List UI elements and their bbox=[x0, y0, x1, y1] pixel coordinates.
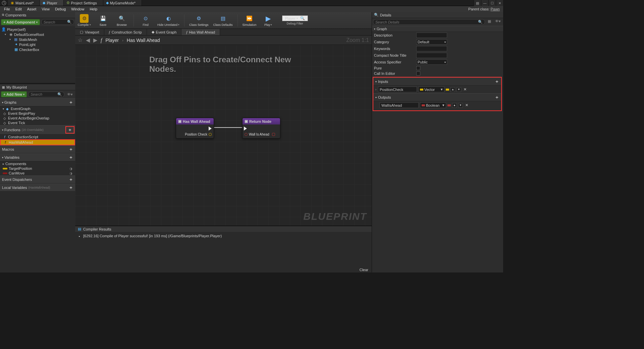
section-variables[interactable]: ▾Variables＋ bbox=[0, 153, 75, 161]
add-graph-button[interactable]: ＋ bbox=[69, 99, 73, 105]
add-macro-button[interactable]: ＋ bbox=[69, 146, 73, 152]
move-down-button[interactable]: ▼ bbox=[458, 103, 463, 108]
tab-project-settings[interactable]: ⚙Project Settings bbox=[64, 0, 103, 6]
tree-player-self[interactable]: 👤Player(self) bbox=[0, 27, 75, 32]
section-local-vars[interactable]: Local Variables(HasWallAhead)＋ bbox=[0, 184, 75, 192]
remove-input-button[interactable]: ✕ bbox=[463, 87, 468, 92]
components-search-input[interactable]: 🔍 bbox=[41, 19, 74, 25]
add-dispatcher-button[interactable]: ＋ bbox=[69, 177, 73, 183]
visibility-toggle-icon[interactable]: 👁▾ bbox=[66, 92, 74, 97]
item-event-beginplay[interactable]: ◇Event BeginPlay bbox=[0, 111, 75, 116]
hide-unrelated-button[interactable]: ◐Hide Unrelated▾ bbox=[157, 14, 179, 27]
section-macros[interactable]: Macros＋ bbox=[0, 145, 75, 153]
menu-debug[interactable]: Debug bbox=[52, 6, 68, 12]
item-var-targetposition[interactable]: TargetPosition◑ bbox=[0, 166, 75, 171]
tab-construction-script[interactable]: fConstruction Scrip bbox=[104, 29, 147, 35]
simulation-button[interactable]: ⏩Simulation bbox=[243, 14, 257, 27]
item-event-tick[interactable]: ◇Event Tick bbox=[0, 120, 75, 125]
window-maximize-icon[interactable]: ☐ bbox=[488, 0, 496, 6]
select-category[interactable]: Default▾ bbox=[416, 39, 447, 45]
move-up-button[interactable]: ▲ bbox=[450, 87, 455, 92]
item-construction-script[interactable]: fConstructionScript bbox=[0, 135, 75, 139]
tab-has-wall-ahead[interactable]: fHas Wall Ahead bbox=[181, 29, 220, 35]
tree-checker-box[interactable]: ▦CheckerBox bbox=[0, 47, 75, 52]
add-component-button[interactable]: + Add Component▾ bbox=[1, 19, 40, 25]
exec-in-pin[interactable] bbox=[244, 127, 247, 131]
add-function-button[interactable]: ＋ bbox=[65, 126, 74, 134]
add-input-button[interactable]: ＋ bbox=[495, 79, 499, 85]
visibility-icon[interactable]: 👁▾ bbox=[494, 19, 502, 25]
output-type-select[interactable]: Boolean▾ bbox=[420, 102, 446, 108]
exec-out-pin[interactable] bbox=[209, 127, 212, 131]
tree-static-mesh[interactable]: ▾▦StaticMesh bbox=[0, 37, 75, 42]
nav-forward-icon[interactable]: ▶ bbox=[93, 37, 97, 43]
details-tab[interactable]: 🔍Details bbox=[372, 12, 503, 18]
add-localvar-button[interactable]: ＋ bbox=[69, 185, 73, 191]
select-access[interactable]: Public▾ bbox=[416, 59, 447, 65]
tree-point-light[interactable]: ✦PointLight bbox=[0, 42, 75, 47]
compiler-results-tab[interactable]: ▤Compiler Results bbox=[75, 226, 372, 232]
section-graphs[interactable]: ▾Graphs＋ bbox=[0, 98, 75, 106]
crumb-haswallahead[interactable]: Has Wall Ahead bbox=[127, 38, 160, 43]
tab-event-graph[interactable]: ◆Event Graph bbox=[147, 29, 182, 35]
remove-output-button[interactable]: ✕ bbox=[464, 103, 469, 107]
checkbox-pure[interactable] bbox=[416, 66, 420, 70]
section-dispatchers[interactable]: Event Dispatchers＋ bbox=[0, 176, 75, 184]
item-haswallahead[interactable]: fHasWallAhead bbox=[1, 140, 74, 145]
class-settings-button[interactable]: ⚙Class Settings bbox=[189, 14, 209, 27]
input-type-select[interactable]: Vector▾ bbox=[418, 87, 444, 92]
eye-icon[interactable]: ◑ bbox=[69, 167, 72, 170]
menu-help[interactable]: Help bbox=[87, 6, 100, 12]
menu-window[interactable]: Window bbox=[68, 6, 87, 12]
move-up-button[interactable]: ▲ bbox=[452, 103, 457, 108]
item-event-overlap[interactable]: ◇Event ActorBeginOverlap bbox=[0, 116, 75, 120]
input-compact[interactable] bbox=[416, 53, 447, 58]
add-output-button[interactable]: ＋ bbox=[495, 94, 499, 100]
myblueprint-search-input[interactable]: 🔍 bbox=[28, 92, 64, 97]
debug-object-selector[interactable]: Player▾🔍 bbox=[282, 15, 308, 21]
menu-edit[interactable]: Edit bbox=[13, 6, 24, 12]
item-var-components[interactable]: ▸Components bbox=[0, 161, 75, 166]
parent-class-link[interactable]: Pawn bbox=[490, 7, 500, 11]
add-variable-button[interactable]: ＋ bbox=[69, 154, 73, 160]
tab-viewport[interactable]: ▢Viewport bbox=[75, 29, 104, 35]
section-outputs[interactable]: ▾Outputs＋ bbox=[373, 93, 501, 101]
browse-button[interactable]: 🔍Browse bbox=[115, 14, 129, 27]
section-inputs[interactable]: ▾Inputs＋ bbox=[373, 78, 501, 86]
play-button[interactable]: ▶Play▾ bbox=[261, 14, 275, 27]
clear-button[interactable]: Clear bbox=[360, 268, 368, 272]
favorite-icon[interactable]: ☆ bbox=[78, 37, 83, 43]
output-name-field[interactable]: WallIsAhead bbox=[380, 102, 419, 108]
section-graph[interactable]: ▾Graph bbox=[372, 26, 503, 32]
tab-gamemode[interactable]: ◆MyGameMode* bbox=[103, 0, 142, 6]
compile-button[interactable]: ⚙Compile▾ bbox=[77, 14, 91, 27]
bool-in-pin[interactable] bbox=[245, 133, 248, 136]
vector-out-pin[interactable] bbox=[209, 133, 212, 136]
nav-back-icon[interactable]: ◀ bbox=[86, 37, 90, 43]
menu-view[interactable]: View bbox=[39, 6, 52, 12]
node-return[interactable]: ▣Return Node Wall Is Ahead bbox=[242, 118, 280, 139]
property-matrix-icon[interactable]: ▦ bbox=[486, 19, 492, 25]
console-icon[interactable]: ▤ bbox=[474, 0, 481, 6]
find-button[interactable]: ⊙Find bbox=[139, 14, 153, 27]
menu-file[interactable]: File bbox=[1, 6, 13, 12]
graph-canvas[interactable]: Drag Off Pins to Create/Connect New Node… bbox=[75, 45, 372, 226]
move-down-button[interactable]: ▼ bbox=[457, 87, 461, 92]
section-functions[interactable]: ▾Functions(20 Overridable) ＋ bbox=[0, 125, 75, 135]
input-name-field[interactable]: PositionCheck bbox=[378, 87, 417, 92]
components-panel-tab[interactable]: ⧉Components bbox=[0, 12, 75, 18]
eye-icon[interactable]: ◑ bbox=[69, 171, 72, 175]
checkbox-call-editor[interactable] bbox=[416, 71, 420, 76]
input-keywords[interactable] bbox=[416, 46, 447, 51]
window-minimize-icon[interactable]: — bbox=[481, 0, 488, 6]
input-description[interactable] bbox=[416, 33, 447, 38]
window-close-icon[interactable]: ✕ bbox=[496, 0, 503, 6]
tab-player[interactable]: ◆Player bbox=[40, 0, 63, 6]
menu-asset[interactable]: Asset bbox=[24, 6, 39, 12]
bool-default-input[interactable] bbox=[272, 133, 275, 136]
item-eventgraph[interactable]: ▾◆EventGraph bbox=[0, 106, 75, 111]
tree-scene-root[interactable]: ▾◉DefaultSceneRoot bbox=[0, 32, 75, 37]
tab-mainlevel[interactable]: ◉MainLevel* bbox=[8, 0, 40, 6]
save-button[interactable]: 💾Save bbox=[96, 14, 110, 27]
item-var-canmove[interactable]: CanMove◑ bbox=[0, 171, 75, 176]
